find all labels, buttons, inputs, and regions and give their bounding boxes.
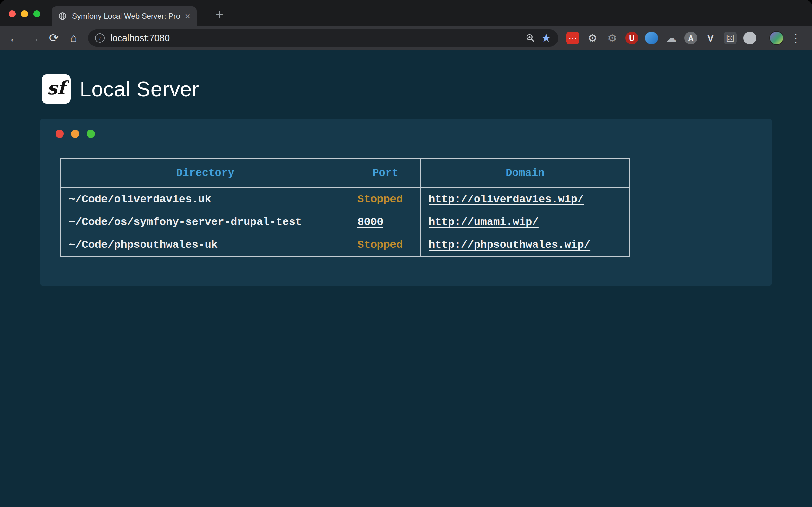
tab-strip: Symfony Local Web Server: Prox × +	[0, 0, 812, 26]
site-info-icon[interactable]: i	[95, 33, 105, 43]
minimize-window-button[interactable]	[21, 10, 28, 17]
url-text[interactable]: localhost:7080	[110, 33, 519, 43]
table-row-domain: http://phpsouthwales.wip/	[421, 233, 629, 257]
tab-close-icon[interactable]: ×	[185, 11, 190, 21]
browser-menu-icon[interactable]: ⋮	[785, 31, 806, 45]
symfony-logo: sf	[42, 74, 71, 104]
browser-toolbar: ← → ⟳ ⌂ i localhost:7080 ★ ⋯ ⚙ ⚙ U ☁ A V…	[0, 26, 812, 50]
table-row-domain: http://umami.wip/	[421, 211, 629, 233]
brand-header: sf Local Server	[42, 74, 812, 104]
browser-window: Symfony Local Web Server: Prox × + ← → ⟳…	[0, 0, 812, 507]
address-bar[interactable]: i localhost:7080 ★	[88, 30, 558, 47]
status-badge: Stopped	[357, 193, 403, 205]
profile-avatar[interactable]	[769, 31, 783, 45]
extension-github-icon[interactable]	[744, 32, 756, 44]
globe-favicon-icon	[58, 12, 67, 20]
server-panel: Directory Port Domain ~/Code/oliverdavie…	[40, 119, 772, 285]
extension-dots-icon[interactable]: ⋯	[566, 32, 579, 44]
column-header-domain: Domain	[421, 159, 629, 188]
table-row-directory: ~/Code/phpsouthwales-uk	[61, 233, 351, 257]
panel-window-dots	[55, 130, 772, 138]
extension-ublock-icon[interactable]: U	[625, 32, 638, 44]
reload-button[interactable]: ⟳	[45, 29, 63, 47]
panel-red-dot-icon	[55, 130, 64, 138]
status-badge: Stopped	[357, 239, 403, 251]
extension-v-icon[interactable]: V	[704, 32, 717, 44]
column-header-port: Port	[351, 159, 421, 188]
servers-table: Directory Port Domain ~/Code/oliverdavie…	[60, 158, 630, 257]
domain-link[interactable]: http://phpsouthwales.wip/	[428, 239, 590, 251]
extension-blue-circle-icon[interactable]	[645, 32, 658, 44]
page-content: sf Local Server Directory Port Domain ~/…	[0, 50, 812, 507]
zoom-window-button[interactable]	[33, 10, 40, 17]
extension-gear-icon[interactable]: ⚙	[586, 32, 599, 44]
close-window-button[interactable]	[9, 10, 15, 17]
bookmark-star-icon[interactable]: ★	[541, 32, 551, 44]
table-row-domain: http://oliverdavies.wip/	[421, 188, 629, 211]
table-row-port: 8000	[351, 211, 421, 233]
column-header-directory: Directory	[61, 159, 351, 188]
new-tab-button[interactable]: +	[212, 7, 227, 22]
forward-button[interactable]: →	[26, 29, 43, 47]
extension-dice-icon[interactable]: ⚄	[724, 32, 737, 44]
zoom-icon[interactable]	[525, 33, 536, 43]
browser-tab[interactable]: Symfony Local Web Server: Prox ×	[52, 6, 197, 26]
extension-cloud-icon[interactable]: ☁	[665, 32, 677, 44]
panel-orange-dot-icon	[71, 130, 79, 138]
domain-link[interactable]: http://umami.wip/	[428, 216, 539, 228]
extension-cog-icon[interactable]: ⚙	[606, 32, 618, 44]
extensions-area: ⋯ ⚙ ⚙ U ☁ A V ⚄	[564, 32, 759, 44]
table-row-directory: ~/Code/oliverdavies.uk	[61, 188, 351, 211]
panel-green-dot-icon	[87, 130, 95, 138]
traffic-lights	[9, 10, 40, 17]
home-button[interactable]: ⌂	[65, 29, 83, 47]
port-link[interactable]: 8000	[357, 216, 384, 228]
table-row-port: Stopped	[351, 233, 421, 257]
symfony-logo-glyph: sf	[47, 77, 65, 99]
back-button[interactable]: ←	[6, 29, 23, 47]
toolbar-divider	[764, 32, 764, 44]
page-title: Local Server	[80, 77, 199, 101]
table-row-port: Stopped	[351, 188, 421, 211]
table-row-directory: ~/Code/os/symfony-server-drupal-test	[61, 211, 351, 233]
tab-title: Symfony Local Web Server: Prox	[72, 12, 180, 20]
domain-link[interactable]: http://oliverdavies.wip/	[428, 193, 584, 205]
extension-a-icon[interactable]: A	[684, 32, 697, 44]
